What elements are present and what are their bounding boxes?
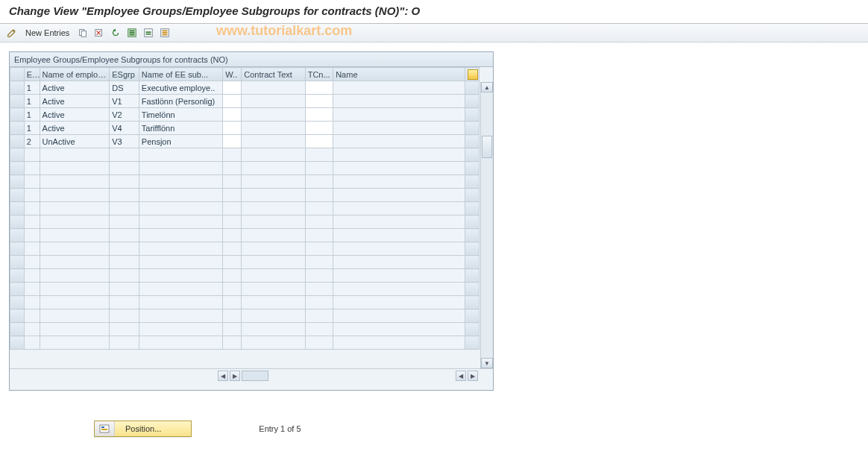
col-config-button[interactable] xyxy=(465,68,479,81)
cell xyxy=(333,336,465,350)
select-all-icon[interactable] xyxy=(126,27,138,39)
cell[interactable] xyxy=(305,242,333,256)
table-row[interactable]: 1ActiveV1Fastlönn (Personlig) xyxy=(10,95,479,108)
scroll-track[interactable] xyxy=(481,92,493,358)
table-row[interactable] xyxy=(10,323,479,336)
cell[interactable] xyxy=(223,283,242,296)
select-block-icon[interactable] xyxy=(142,27,154,39)
cell[interactable] xyxy=(305,162,333,175)
cell[interactable] xyxy=(223,242,242,256)
table-row[interactable] xyxy=(10,175,479,189)
cell[interactable] xyxy=(305,175,333,189)
cell[interactable] xyxy=(305,229,333,242)
hscroll-right-icon[interactable]: ▶ xyxy=(230,371,240,381)
cell[interactable] xyxy=(223,323,242,336)
cell[interactable] xyxy=(305,256,333,269)
cell[interactable] xyxy=(305,283,333,296)
table-row[interactable] xyxy=(10,283,479,296)
table-row[interactable] xyxy=(10,215,479,229)
cell xyxy=(10,256,25,269)
cell xyxy=(110,229,139,242)
cell xyxy=(242,229,305,242)
cell[interactable] xyxy=(223,148,242,162)
toggle-display-change-icon[interactable] xyxy=(6,27,18,39)
col-selector[interactable] xyxy=(10,68,25,81)
position-button[interactable]: Position... xyxy=(94,421,192,437)
new-entries-button[interactable]: New Entries xyxy=(22,28,72,37)
hscroll-left-2-icon[interactable]: ◀ xyxy=(456,371,466,381)
cell[interactable] xyxy=(305,122,333,135)
table-row[interactable] xyxy=(10,242,479,256)
copy-as-icon[interactable] xyxy=(77,27,89,39)
cell[interactable] xyxy=(223,309,242,323)
data-grid[interactable]: E... Name of employ... ESgrp Name of EE … xyxy=(10,67,479,350)
col-esgrp[interactable]: ESgrp xyxy=(110,68,139,81)
hscroll-track-1[interactable] xyxy=(242,371,268,381)
table-row[interactable] xyxy=(10,269,479,283)
hscroll-right-2-icon[interactable]: ▶ xyxy=(468,371,478,381)
scroll-up-arrow-icon[interactable]: ▲ xyxy=(481,82,493,92)
cell[interactable] xyxy=(223,269,242,283)
table-row[interactable]: 1ActiveV4Tarifflönn xyxy=(10,122,479,135)
cell[interactable] xyxy=(223,189,242,202)
cell[interactable] xyxy=(305,323,333,336)
scroll-down-arrow-icon[interactable]: ▼ xyxy=(481,358,493,368)
cell[interactable] xyxy=(223,122,242,135)
col-w[interactable]: W.. xyxy=(223,68,242,81)
cell[interactable] xyxy=(305,108,333,122)
delete-icon[interactable] xyxy=(93,27,105,39)
cell[interactable] xyxy=(223,229,242,242)
cell[interactable] xyxy=(223,296,242,309)
table-row[interactable] xyxy=(10,309,479,323)
cell xyxy=(110,202,139,215)
col-name-employ[interactable]: Name of employ... xyxy=(40,68,110,81)
table-row[interactable]: 1ActiveDSExecutive employe.. xyxy=(10,81,479,95)
table-row[interactable] xyxy=(10,229,479,242)
cell[interactable] xyxy=(223,202,242,215)
table-row[interactable] xyxy=(10,336,479,350)
table-row[interactable] xyxy=(10,296,479,309)
cell xyxy=(333,162,465,175)
cell[interactable] xyxy=(223,162,242,175)
cell[interactable] xyxy=(305,202,333,215)
cell: V2 xyxy=(110,108,139,122)
cell[interactable] xyxy=(305,296,333,309)
undo-change-icon[interactable] xyxy=(110,27,122,39)
cell[interactable] xyxy=(223,215,242,229)
cell[interactable] xyxy=(305,81,333,95)
cell[interactable] xyxy=(305,135,333,148)
cell xyxy=(242,309,305,323)
cell[interactable] xyxy=(305,215,333,229)
table-row[interactable] xyxy=(10,162,479,175)
cell[interactable] xyxy=(223,135,242,148)
table-settings-icon[interactable] xyxy=(468,69,478,80)
cell[interactable] xyxy=(305,336,333,350)
col-name-ee-sub[interactable]: Name of EE sub... xyxy=(139,68,222,81)
col-e[interactable]: E... xyxy=(24,68,40,81)
cell[interactable] xyxy=(223,95,242,108)
hscroll-left-icon[interactable]: ◀ xyxy=(218,371,228,381)
cell[interactable] xyxy=(223,108,242,122)
table-row[interactable] xyxy=(10,148,479,162)
cell[interactable] xyxy=(305,309,333,323)
table-row[interactable] xyxy=(10,256,479,269)
deselect-all-icon[interactable] xyxy=(159,27,171,39)
cell[interactable] xyxy=(223,175,242,189)
cell[interactable] xyxy=(223,81,242,95)
table-row[interactable]: 1ActiveV2Timelönn xyxy=(10,108,479,122)
cell[interactable] xyxy=(305,189,333,202)
table-row[interactable] xyxy=(10,189,479,202)
cell[interactable] xyxy=(305,148,333,162)
table-row[interactable]: 2UnActiveV3Pensjon xyxy=(10,135,479,148)
cell[interactable] xyxy=(305,95,333,108)
col-contract-text[interactable]: Contract Text xyxy=(242,68,305,81)
vertical-scrollbar[interactable]: ▲ ▼ xyxy=(480,82,493,368)
col-name[interactable]: Name xyxy=(333,68,465,81)
col-tcn[interactable]: TCn... xyxy=(305,68,333,81)
table-row[interactable] xyxy=(10,202,479,215)
cell[interactable] xyxy=(305,269,333,283)
cell xyxy=(139,323,222,336)
cell[interactable] xyxy=(223,256,242,269)
cell[interactable] xyxy=(223,336,242,350)
scroll-thumb[interactable] xyxy=(482,136,492,158)
